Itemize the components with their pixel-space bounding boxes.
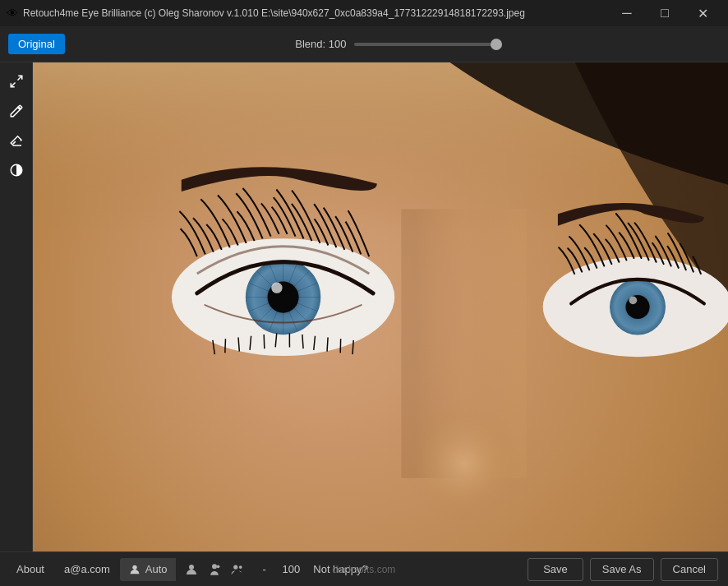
email-button[interactable]: a@a.com bbox=[54, 552, 120, 587]
blend-slider[interactable] bbox=[354, 43, 502, 46]
maximize-button[interactable]: □ bbox=[646, 0, 684, 26]
person-icon bbox=[128, 563, 141, 576]
top-toolbar: Original Blend: 100 bbox=[0, 26, 728, 62]
tools-panel bbox=[0, 62, 33, 551]
person3-button[interactable] bbox=[228, 561, 247, 579]
person-icons-group bbox=[176, 561, 253, 579]
value-number: 100 bbox=[283, 563, 301, 575]
svg-point-8 bbox=[238, 565, 242, 569]
minus-button[interactable]: - bbox=[256, 552, 276, 587]
value-display-group: - 100 bbox=[253, 552, 304, 587]
blend-label: Blend: 100 bbox=[295, 38, 346, 50]
footer-center: docksofts.com bbox=[333, 564, 396, 575]
about-button[interactable]: About bbox=[7, 552, 54, 587]
person1-button[interactable] bbox=[182, 561, 200, 579]
person2-button[interactable] bbox=[205, 561, 223, 579]
footer-bar: About a@a.com Auto bbox=[0, 551, 728, 586]
main-area bbox=[0, 62, 728, 551]
eraser-tool-button[interactable] bbox=[4, 128, 29, 153]
svg-line-0 bbox=[17, 76, 21, 80]
titlebar: 👁 Retouch4me Eye Brilliance (c) Oleg Sha… bbox=[0, 0, 728, 26]
app-icon: 👁 bbox=[7, 7, 18, 20]
svg-point-3 bbox=[132, 565, 136, 569]
save-button[interactable]: Save bbox=[528, 558, 583, 581]
auto-group: Auto bbox=[120, 558, 176, 581]
minimize-button[interactable]: ─ bbox=[608, 0, 646, 26]
brush-tool-button[interactable] bbox=[4, 99, 29, 123]
window-title: Retouch4me Eye Brilliance (c) Oleg Sharo… bbox=[23, 7, 608, 19]
auto-button[interactable]: Auto bbox=[120, 558, 176, 581]
cancel-button[interactable]: Cancel bbox=[661, 558, 718, 581]
close-button[interactable]: ✕ bbox=[684, 0, 721, 26]
svg-point-5 bbox=[212, 564, 217, 569]
original-button[interactable]: Original bbox=[8, 34, 65, 54]
auto-label: Auto bbox=[145, 563, 168, 575]
svg-point-7 bbox=[233, 565, 237, 569]
photo-canvas bbox=[33, 62, 728, 551]
svg-point-4 bbox=[189, 565, 194, 570]
window-controls: ─ □ ✕ bbox=[608, 0, 721, 26]
image-canvas-area[interactable] bbox=[33, 62, 728, 551]
expand-tool-button[interactable] bbox=[4, 69, 29, 94]
svg-point-6 bbox=[216, 565, 219, 568]
svg-line-1 bbox=[11, 83, 15, 87]
blend-control: Blend: 100 bbox=[78, 38, 720, 50]
save-as-button[interactable]: Save As bbox=[590, 558, 654, 581]
contrast-tool-button[interactable] bbox=[4, 158, 29, 182]
